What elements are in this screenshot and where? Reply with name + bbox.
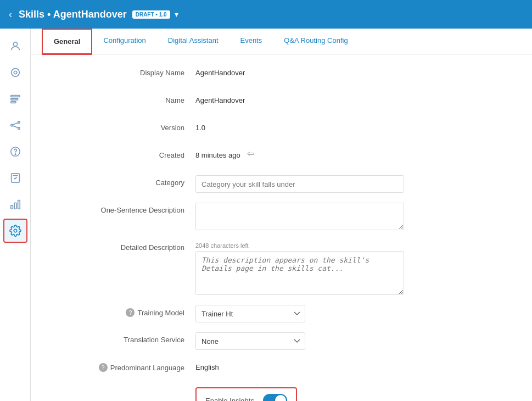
version-label: Version [53, 120, 195, 132]
toggle-track [263, 394, 287, 401]
training-model-help-icon[interactable]: ? [126, 308, 135, 317]
chars-left: 2048 characters left [195, 240, 404, 249]
header-title: Skills • AgentHandover [19, 9, 127, 20]
detailed-input[interactable] [195, 251, 404, 295]
svg-point-0 [13, 42, 17, 46]
translation-select[interactable]: None Google Microsoft [195, 332, 305, 350]
draft-badge: DRAFT • 1.0 [132, 10, 170, 19]
sidebar-item-entities[interactable] [3, 87, 27, 111]
tab-qa-routing[interactable]: Q&A Routing Config [273, 29, 359, 54]
training-model-label: ? Training Model [53, 305, 195, 317]
svg-rect-5 [10, 102, 15, 103]
svg-point-18 [14, 229, 17, 232]
version-row: Version 1.0 [53, 120, 510, 138]
svg-line-10 [13, 126, 18, 128]
header-dropdown-chevron[interactable]: ▾ [175, 10, 178, 19]
insights-label: Enable Insights [205, 397, 254, 402]
tab-digital-assistant[interactable]: Digital Assistant [157, 29, 229, 54]
sidebar-item-settings[interactable] [3, 219, 27, 243]
created-row-content: 8 minutes ago ⇦ [195, 148, 254, 159]
svg-point-1 [11, 69, 19, 77]
name-row: Name AgentHandover [53, 93, 510, 110]
svg-rect-15 [10, 205, 13, 209]
training-model-row: ? Training Model Trainer Ht Trainer Cv D… [53, 305, 510, 322]
display-name-label: Display Name [53, 65, 195, 77]
svg-point-12 [15, 154, 15, 154]
category-input[interactable] [195, 175, 404, 193]
display-name-row: Display Name AgentHandover [53, 65, 510, 83]
predominant-help-icon[interactable]: ? [99, 363, 108, 372]
predominant-value: English [195, 360, 219, 371]
created-row: Created 8 minutes ago ⇦ [53, 148, 510, 165]
svg-point-8 [18, 127, 20, 130]
category-label: Category [53, 175, 195, 187]
main-content: General Configuration Digital Assistant … [31, 29, 532, 401]
enable-insights-row: Enable Insights [195, 387, 297, 401]
detailed-label: Detailed Description [53, 240, 195, 252]
one-sentence-row: One-Sentence Description [53, 203, 510, 230]
predominant-row: ? Predominant Language English [53, 360, 510, 377]
one-sentence-input[interactable] [195, 203, 404, 230]
category-row: Category [53, 175, 510, 193]
display-name-value: AgentHandover [195, 65, 245, 77]
sidebar-item-flows[interactable] [3, 113, 27, 137]
sidebar [0, 29, 31, 401]
translation-row: Translation Service None Google Microsof… [53, 332, 510, 350]
created-label: Created [53, 148, 195, 159]
translation-label: Translation Service [53, 332, 195, 344]
svg-line-9 [13, 122, 18, 125]
one-sentence-label: One-Sentence Description [53, 203, 195, 214]
training-model-select[interactable]: Trainer Ht Trainer Cv Default [195, 305, 305, 322]
tab-bar: General Configuration Digital Assistant … [31, 29, 532, 54]
svg-point-7 [18, 121, 20, 124]
app-header: ‹ Skills • AgentHandover DRAFT • 1.0 ▾ [0, 0, 532, 29]
sidebar-item-intents[interactable] [3, 60, 27, 85]
back-button[interactable]: ‹ [9, 9, 12, 20]
name-value: AgentHandover [195, 93, 245, 104]
form-area: Display Name AgentHandover Name AgentHan… [31, 54, 532, 401]
version-value: 1.0 [195, 120, 205, 132]
svg-rect-3 [10, 96, 20, 97]
detailed-desc-row: Detailed Description 2048 characters lef… [53, 240, 510, 295]
toggle-thumb [275, 395, 286, 401]
sidebar-item-analytics[interactable] [3, 192, 27, 216]
insights-toggle[interactable] [263, 394, 287, 401]
name-label: Name [53, 93, 195, 104]
tab-events[interactable]: Events [229, 29, 273, 54]
tab-general[interactable]: General [42, 29, 92, 55]
tab-configuration[interactable]: Configuration [92, 29, 156, 54]
svg-rect-16 [14, 203, 16, 209]
svg-point-6 [10, 124, 13, 126]
svg-rect-4 [10, 98, 18, 100]
sidebar-item-tasks[interactable] [3, 166, 27, 190]
svg-rect-17 [18, 200, 20, 209]
predominant-label: ? Predominant Language [53, 360, 195, 372]
sidebar-item-persona[interactable] [3, 34, 27, 58]
created-value: 8 minutes ago [195, 148, 240, 159]
svg-point-2 [14, 71, 17, 74]
refresh-icon[interactable]: ⇦ [247, 148, 254, 159]
sidebar-item-qa[interactable] [3, 140, 27, 164]
